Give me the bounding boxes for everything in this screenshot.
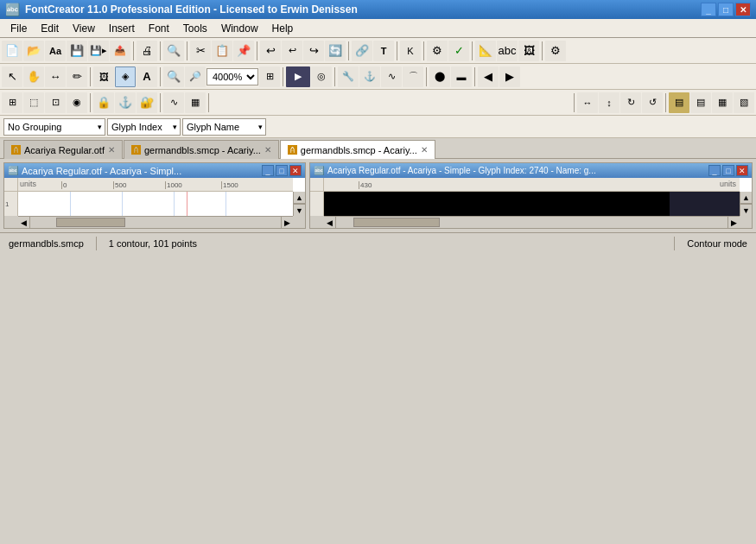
flip-h-btn[interactable]: ↔	[577, 92, 598, 113]
menu-item-insert[interactable]: Insert	[102, 19, 142, 37]
text-link-button[interactable]: T	[373, 41, 394, 61]
menu-item-file[interactable]: File	[3, 19, 34, 37]
left-hscroll-left[interactable]: ◀	[18, 217, 30, 229]
left-vscroll-up[interactable]: ▲	[294, 192, 305, 204]
anchor-btn[interactable]: ⚓	[359, 66, 380, 87]
fit-btn[interactable]: ⊞	[259, 66, 280, 87]
pencil-tool[interactable]: ✏	[67, 66, 87, 87]
aa-button[interactable]: Aa	[45, 41, 66, 61]
nudge3-btn[interactable]: ▦	[712, 92, 733, 113]
nudge2-btn[interactable]: ▤	[690, 92, 711, 113]
grouping-select[interactable]: No Grouping By Unicode Range By Script	[3, 118, 105, 136]
zoom-out-btn[interactable]: 🔎	[185, 66, 206, 87]
cut-button[interactable]: ✂	[190, 41, 211, 61]
left-glyph-canvas[interactable]: CapHeight x-Height Baseline ß	[18, 192, 293, 216]
tab2-close-icon[interactable]: ✕	[264, 145, 271, 155]
rect-btn[interactable]: ▬	[451, 66, 472, 87]
menu-item-edit[interactable]: Edit	[34, 19, 66, 37]
pan-tool[interactable]: ✋	[23, 66, 44, 87]
print-button[interactable]: 🖨	[137, 41, 157, 61]
right-hscroll-thumb[interactable]	[353, 218, 440, 227]
link-button[interactable]: 🔗	[352, 41, 372, 61]
validate-button[interactable]: ✓	[448, 41, 469, 61]
component-btn[interactable]: 🔧	[338, 66, 359, 87]
minimize-button[interactable]: _	[701, 3, 716, 16]
zoom-in-btn[interactable]: 🔍	[163, 66, 184, 87]
right-vscroll-down[interactable]: ▼	[740, 204, 752, 216]
save-as-button[interactable]: 💾▸	[88, 41, 109, 61]
export-button[interactable]: 📤	[110, 41, 130, 61]
contour-btn[interactable]: ∿	[163, 92, 184, 113]
preview-button[interactable]: abc	[497, 41, 518, 61]
nudge4-btn[interactable]: ▧	[734, 92, 754, 113]
preview3-btn[interactable]: ▦	[185, 92, 206, 113]
save-button[interactable]: 💾	[67, 41, 87, 61]
right-hscrollbar[interactable]: ◀ ▶	[324, 216, 740, 228]
lock2-btn[interactable]: 🔐	[137, 92, 157, 113]
right-panel-min-btn[interactable]: _	[708, 165, 721, 176]
close-button[interactable]: ✕	[735, 3, 751, 16]
maximize-button[interactable]: □	[718, 3, 734, 16]
tab-2[interactable]: 🅰 germandbls.smcp - Acariy... ✕	[124, 140, 279, 159]
nudge1-btn[interactable]: ▤	[669, 92, 689, 113]
left-vscroll-down[interactable]: ▼	[294, 204, 305, 216]
tab-3[interactable]: 🅰 germandbls.smcp - Acariy... ✕	[280, 140, 435, 159]
paste-button[interactable]: 📌	[233, 41, 254, 61]
rot180-btn[interactable]: ↺	[642, 92, 663, 113]
left-panel-min-btn[interactable]: _	[262, 165, 274, 176]
right-hscroll-left[interactable]: ◀	[324, 217, 336, 229]
snap-btn[interactable]: ⊡	[45, 92, 66, 113]
glyph-name-select[interactable]: Glyph Name Unicode Value	[182, 118, 266, 136]
menu-item-window[interactable]: Window	[214, 19, 265, 37]
left-hscrollbar[interactable]: ◀ ▶	[18, 216, 293, 228]
shape-select[interactable]: ▶	[286, 66, 310, 87]
new-button[interactable]: 📄	[2, 41, 22, 61]
shape2[interactable]: ◎	[311, 66, 332, 87]
select-tool[interactable]: ↖	[2, 66, 22, 87]
oval-btn[interactable]: ⬤	[429, 66, 450, 87]
tab-1[interactable]: 🅰 Acariya Regular.otf ✕	[3, 140, 123, 159]
right-vscroll-up[interactable]: ▲	[740, 192, 752, 204]
menu-item-view[interactable]: View	[66, 19, 102, 37]
flip-v-btn[interactable]: ↕	[599, 92, 619, 113]
edit-nodes-btn[interactable]: ◈	[115, 66, 136, 87]
bitmap-button[interactable]: 🖼	[518, 41, 539, 61]
menu-item-font[interactable]: Font	[142, 19, 176, 37]
image-import-btn[interactable]: 🖼	[93, 66, 114, 87]
settings-button[interactable]: ⚙	[545, 41, 566, 61]
right-panel-max-btn[interactable]: □	[722, 165, 734, 176]
left-panel-close-btn[interactable]: ✕	[289, 165, 302, 176]
undo2-button[interactable]: ↩	[282, 41, 302, 61]
tab3-close-icon[interactable]: ✕	[421, 145, 428, 155]
left-panel-max-btn[interactable]: □	[276, 165, 288, 176]
copy-button[interactable]: 📋	[212, 41, 232, 61]
back-btn[interactable]: ◀	[478, 66, 499, 87]
refresh-button[interactable]: 🔄	[325, 41, 346, 61]
menu-item-help[interactable]: Help	[265, 19, 301, 37]
right-panel-close-btn[interactable]: ✕	[736, 165, 748, 176]
anchor2-btn[interactable]: ⚓	[115, 92, 136, 113]
open-button[interactable]: 📂	[23, 41, 44, 61]
measure-tool[interactable]: ↔	[45, 66, 66, 87]
tab1-close-icon[interactable]: ✕	[108, 145, 115, 155]
curve-btn[interactable]: ⌒	[403, 66, 423, 87]
right-vscrollbar[interactable]: ▲ ▼	[740, 192, 752, 216]
find-button[interactable]: 🔍	[163, 41, 184, 61]
redo-button[interactable]: ↪	[303, 41, 324, 61]
menu-item-tools[interactable]: Tools	[176, 19, 214, 37]
glyph-index-select[interactable]: Glyph Index Unicode Name	[107, 118, 181, 136]
rot90-btn[interactable]: ↻	[620, 92, 641, 113]
nodes-btn[interactable]: ◉	[67, 92, 87, 113]
right-dark-canvas[interactable]: Validation : real-time ✕ ⚡ ↻ 💾 ◎ ◈ ▣	[324, 192, 740, 216]
lock-btn[interactable]: 🔒	[93, 92, 114, 113]
generate-button[interactable]: ⚙	[427, 41, 448, 61]
kern-button[interactable]: K	[400, 41, 421, 61]
left-hscroll-thumb[interactable]	[56, 218, 125, 227]
zoom-select[interactable]: 4000%2000%1000%400%	[206, 68, 258, 85]
left-hscroll-right[interactable]: ▶	[281, 217, 293, 229]
grid-btn[interactable]: ⊞	[2, 92, 22, 113]
grid2-btn[interactable]: ⬚	[23, 92, 44, 113]
smooth-btn[interactable]: ∿	[381, 66, 402, 87]
left-vscrollbar[interactable]: ▲ ▼	[293, 192, 305, 216]
undo-button[interactable]: ↩	[260, 41, 281, 61]
